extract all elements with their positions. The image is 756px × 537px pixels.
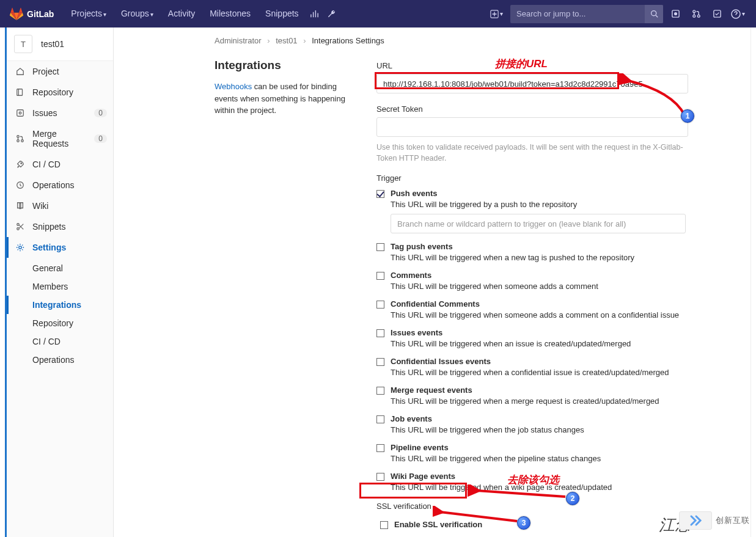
svg-point-15 [21,163,22,164]
annotation-badge-1: 1 [681,109,694,123]
project-header[interactable]: T test01 [7,27,113,61]
top-navbar: GitLab Projects▾ Groups▾ Activity Milest… [0,0,756,27]
svg-point-18 [17,228,20,230]
sidebar-item-issues[interactable]: Issues0 [7,103,113,123]
subnav-integrations[interactable]: Integrations [7,296,113,314]
trigger-job: Job eventsThis URL will be triggered whe… [376,414,688,434]
push-checkbox[interactable] [376,190,384,198]
comments-checkbox[interactable] [376,272,384,280]
watermark-logo-icon [679,511,712,530]
url-input[interactable] [376,74,688,93]
left-accent-bar [5,5,7,537]
project-identicon: T [14,35,32,53]
nav-activity[interactable]: Activity [161,0,202,27]
help-icon [731,9,741,19]
trigger-pipeline: Pipeline eventsThis URL will be triggere… [376,443,688,463]
issues-icon [15,108,25,118]
conf-comments-checkbox[interactable] [376,301,384,309]
brand[interactable]: GitLab [10,7,54,21]
trigger-conf-comments: Confidential CommentsThis URL will be tr… [376,299,688,320]
sidebar-item-wiki[interactable]: Wiki [7,195,113,216]
svg-point-11 [19,112,21,114]
url-label: URL [376,61,688,70]
conf-issues-checkbox[interactable] [376,358,384,366]
sidebar-item-project[interactable]: Project [7,61,113,82]
ssl-check-label: Enable SSL verification [394,520,482,529]
brand-label: GitLab [27,9,54,19]
secret-input[interactable] [376,117,688,137]
sidebar-item-operations[interactable]: Operations [7,175,113,195]
svg-rect-9 [17,89,23,96]
merge-request-icon [15,134,25,144]
ssl-label: SSL verification [376,502,688,511]
watermark-label: 创新互联 [716,515,750,526]
gitlab-logo-icon [10,7,23,21]
sidebar-item-cicd[interactable]: CI / CD [7,154,113,175]
subnav-cicd[interactable]: CI / CD [7,332,113,351]
intro-column: Integrations Webhooks can be used for bi… [215,59,352,537]
nav-milestones[interactable]: Milestones [202,0,258,27]
scissors-icon [15,222,25,232]
breadcrumb-project[interactable]: test01 [276,36,297,45]
search-button[interactable] [645,5,663,23]
sidebar: T test01 Project Repository Issues0 Merg… [7,27,114,537]
nav-projects[interactable]: Projects▾ [64,0,114,27]
subnav-general[interactable]: General [7,259,113,277]
svg-point-3 [674,13,677,15]
job-checkbox[interactable] [376,415,384,423]
pipeline-checkbox[interactable] [376,444,384,452]
merge-requests-shortcut-icon[interactable] [688,5,705,23]
trigger-conf-issues: Confidential Issues eventsThis URL will … [376,357,688,377]
sidebar-item-merge-requests[interactable]: Merge Requests0 [7,123,113,154]
settings-subnav: General Members Integrations Repository … [7,258,113,370]
sidebar-item-repository[interactable]: Repository [7,82,113,103]
svg-point-4 [692,10,695,13]
search-box[interactable] [510,5,663,23]
todos-icon[interactable] [708,5,725,23]
help-dropdown[interactable]: ▾ [729,5,746,23]
breadcrumb-admin[interactable]: Administrator [215,36,262,45]
search-icon [650,10,658,18]
operations-icon [15,180,25,190]
subnav-members[interactable]: Members [7,277,113,296]
issues-shortcut-icon[interactable] [667,5,684,23]
branch-filter-input[interactable] [391,214,686,233]
svg-point-12 [17,136,20,138]
sidebar-item-settings[interactable]: Settings [7,237,113,258]
admin-wrench-icon[interactable] [323,5,340,23]
book-icon [15,201,25,211]
mr-checkbox[interactable] [376,387,384,395]
ssl-checkbox[interactable] [380,521,388,529]
tag-checkbox[interactable] [376,243,384,251]
chevron-down-icon: ▾ [103,11,106,18]
gear-icon [15,243,25,252]
issues-count-badge: 0 [94,109,107,117]
trigger-wiki: Wiki Page eventsThis URL will be trigger… [376,472,688,492]
subnav-operations[interactable]: Operations [7,351,113,369]
issues-checkbox[interactable] [376,329,384,337]
trigger-push: Push eventsThis URL will be triggered by… [376,189,688,233]
subnav-repository[interactable]: Repository [7,314,113,332]
svg-point-1 [651,11,656,16]
webhooks-link[interactable]: Webhooks [215,82,252,91]
svg-point-6 [697,15,700,17]
mr-count-badge: 0 [94,134,107,143]
ssl-row: Enable SSL verification [376,517,688,532]
annotation-badge-2: 2 [566,492,579,505]
repository-icon [15,87,25,97]
wiki-checkbox[interactable] [376,473,384,481]
sidebar-item-snippets[interactable]: Snippets [7,216,113,237]
search-input[interactable] [510,9,645,18]
stats-icon[interactable] [306,5,323,23]
chevron-down-icon: ▾ [150,11,153,18]
page-title: Integrations [215,59,352,72]
breadcrumb-current: Integrations Settings [312,36,384,45]
trigger-tag: Tag push eventsThis URL will be triggere… [376,242,688,262]
nav-groups[interactable]: Groups▾ [114,0,161,27]
nav-snippets[interactable]: Snippets [258,0,306,27]
chevron-down-icon: ▾ [500,10,503,17]
form-column: URL Secret Token Use this token to valid… [376,59,688,537]
new-dropdown[interactable]: ▾ [486,10,507,18]
watermark: 创新互联 [679,511,750,530]
breadcrumb: Administrator › test01 › Integrations Se… [215,36,744,45]
